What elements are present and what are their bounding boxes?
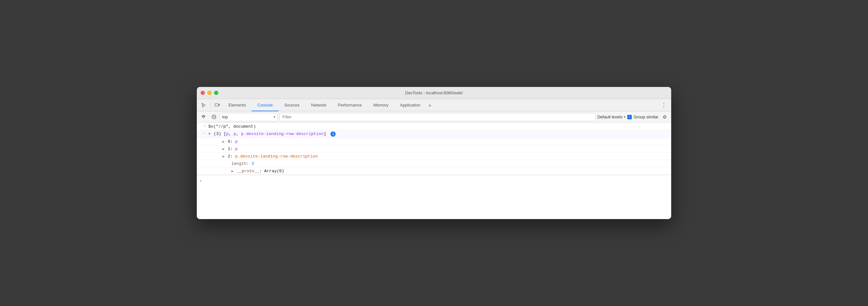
group-similar-checkbox[interactable]: ✓ bbox=[627, 115, 632, 119]
array-item-2: ▶ 2: p.devsite-landing-row-description bbox=[197, 153, 671, 160]
expand-arrow[interactable]: ▼ bbox=[208, 132, 211, 136]
console-prompt-input[interactable] bbox=[204, 178, 669, 183]
devtools-window: DevTools - localhost:8080/web/ Elements … bbox=[197, 87, 671, 219]
back-arrow-icon: ← bbox=[202, 131, 205, 135]
length-label: length: bbox=[231, 161, 249, 166]
array-item-0: ▶ 0: p bbox=[197, 138, 671, 145]
item-2-content: ▶ 2: p.devsite-landing-row-description bbox=[215, 154, 669, 159]
console-content: › $x("//p", document) ← ▼ (3) [p, p, p.d… bbox=[197, 123, 671, 219]
length-row: length: 3 bbox=[197, 160, 671, 167]
default-levels-arrow: ▾ bbox=[624, 115, 625, 119]
tab-bar-icons bbox=[198, 99, 223, 111]
tab-performance[interactable]: Performance bbox=[332, 100, 367, 111]
svg-marker-2 bbox=[202, 116, 205, 118]
window-title: DevTools - localhost:8080/web/ bbox=[405, 90, 463, 95]
minimize-button[interactable] bbox=[207, 91, 212, 95]
svg-rect-1 bbox=[219, 104, 220, 106]
tab-bar-right: ⋮ bbox=[656, 99, 671, 111]
device-icon[interactable] bbox=[214, 102, 221, 109]
tab-network[interactable]: Network bbox=[306, 100, 332, 111]
settings-gear-icon[interactable]: ⚙ bbox=[660, 113, 669, 121]
input-content: $x("//p", document) bbox=[208, 124, 669, 129]
console-toolbar: top ▾ Default levels ▾ ✓ Group similar ⚙ bbox=[197, 111, 671, 123]
length-value: 3 bbox=[251, 161, 254, 166]
input-text: $x("//p", document) bbox=[208, 124, 256, 129]
item-0-content: ▶ 0: p bbox=[215, 139, 669, 144]
cursor-icon[interactable] bbox=[200, 102, 207, 109]
tab-memory[interactable]: Memory bbox=[368, 100, 394, 111]
console-prompt-icon: › bbox=[199, 178, 202, 184]
tab-console[interactable]: Console bbox=[252, 100, 279, 111]
input-arrow: › bbox=[204, 124, 206, 128]
traffic-lights bbox=[200, 91, 218, 95]
row-gutter: › bbox=[197, 124, 208, 128]
title-bar: DevTools - localhost:8080/web/ bbox=[197, 87, 671, 99]
expand-proto[interactable]: ▶ bbox=[231, 169, 234, 173]
item-1-content: ▶ 1: p bbox=[215, 146, 669, 151]
console-input-line: › $x("//p", document) bbox=[197, 123, 671, 130]
clear-console-button[interactable] bbox=[199, 113, 208, 121]
result-row: ← ▼ (3) [p, p, p.devsite-landing-row-des… bbox=[197, 130, 671, 138]
default-levels-label: Default levels bbox=[597, 114, 622, 119]
filter-input[interactable] bbox=[282, 114, 593, 119]
group-similar-label: Group similar bbox=[634, 114, 658, 119]
svg-rect-0 bbox=[215, 104, 218, 106]
proto-row: ▶ __proto__: Array(0) bbox=[197, 167, 671, 175]
proto-content: ▶ __proto__: Array(0) bbox=[220, 168, 669, 173]
close-button[interactable] bbox=[200, 91, 205, 95]
filter-input-wrapper[interactable] bbox=[279, 113, 595, 121]
context-selector[interactable]: top ▾ bbox=[220, 113, 278, 121]
tab-sources[interactable]: Sources bbox=[279, 100, 306, 111]
kebab-menu-icon[interactable]: ⋮ bbox=[660, 102, 668, 109]
tab-application[interactable]: Application bbox=[394, 100, 426, 111]
info-badge[interactable]: i bbox=[331, 132, 336, 137]
group-similar-wrapper: ✓ Group similar bbox=[627, 114, 658, 119]
expand-item-0[interactable]: ▶ bbox=[222, 140, 225, 144]
context-dropdown-arrow: ▾ bbox=[274, 115, 275, 119]
tab-bar: Elements Console Sources Network Perform… bbox=[197, 99, 671, 111]
context-value: top bbox=[222, 114, 273, 119]
console-bottom: › bbox=[197, 175, 671, 186]
tab-elements[interactable]: Elements bbox=[223, 100, 252, 111]
expand-item-2[interactable]: ▶ bbox=[222, 155, 225, 159]
tab-more-button[interactable]: » bbox=[426, 99, 434, 111]
default-levels-button[interactable]: Default levels ▾ bbox=[597, 114, 625, 119]
expand-item-1[interactable]: ▶ bbox=[222, 147, 225, 151]
maximize-button[interactable] bbox=[214, 91, 218, 95]
proto-label: __proto__ bbox=[237, 169, 259, 173]
length-content: length: 3 bbox=[220, 161, 669, 166]
array-item-1: ▶ 1: p bbox=[197, 145, 671, 153]
row-gutter-result: ← bbox=[197, 131, 208, 135]
result-content: ▼ (3) [p, p, p.devsite-landing-row-descr… bbox=[208, 131, 669, 137]
no-entry-button[interactable] bbox=[210, 113, 218, 121]
